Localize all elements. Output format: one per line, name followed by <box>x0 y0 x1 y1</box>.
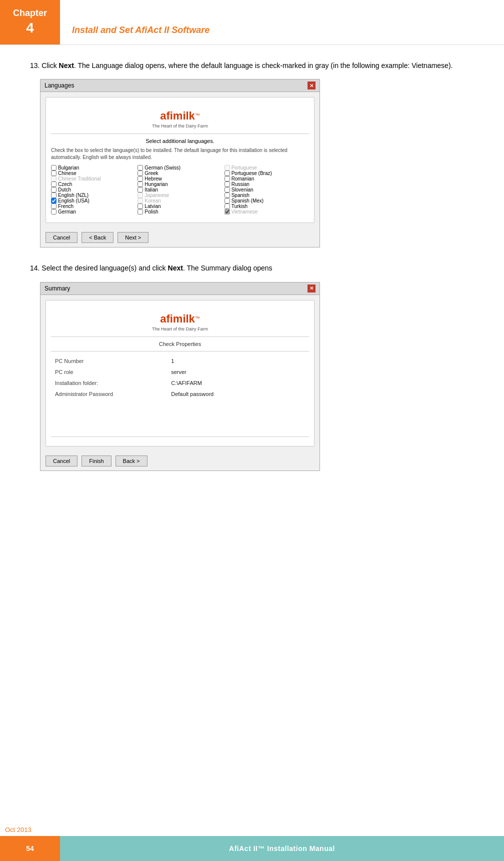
footer-page-number: 54 <box>0 836 60 861</box>
lang-chinese: Chinese <box>51 170 136 176</box>
cb-turkish[interactable] <box>224 204 230 209</box>
dialog-title-languages: Languages <box>44 82 74 89</box>
lang-greek: Greek <box>138 170 222 176</box>
lang-slovenian: Slovenian <box>224 187 309 192</box>
chapter-title: Install and Set AfiAct II Software <box>60 0 222 44</box>
cb-korean[interactable] <box>138 198 143 204</box>
prop-admin-password: Administrator Password Default password <box>51 388 309 400</box>
cb-english-nzl[interactable] <box>51 192 56 198</box>
dialog-info: Check the box to select the language(s) … <box>51 147 309 161</box>
cb-spanish[interactable] <box>224 192 230 198</box>
step-13-after: . The Language dialog opens, where the d… <box>74 62 453 70</box>
cb-czech[interactable] <box>51 182 56 187</box>
cb-portuguese-braz[interactable] <box>224 170 230 176</box>
dialog-titlebar-languages: Languages ✕ <box>40 80 320 92</box>
prop-pc-role: PC role server <box>51 366 309 378</box>
lang-english-usa: English (USA) <box>51 198 136 204</box>
dialog-footer-languages: Cancel < Back Next > <box>40 228 320 247</box>
chapter-box: Chapter 4 <box>0 0 60 44</box>
summary-dialog: Summary ✕ afimilk™ The Heart of the Dair… <box>40 282 320 471</box>
dialog-titlebar-summary: Summary ✕ <box>40 282 320 295</box>
cb-vietnamese[interactable] <box>224 209 230 214</box>
back-button-summary[interactable]: Back > <box>116 456 148 466</box>
cb-portuguese[interactable] <box>224 165 230 170</box>
step-14-bold: Next <box>168 264 183 272</box>
cb-german[interactable] <box>51 209 56 214</box>
footer-manual-title: AfiAct II™ Installation Manual <box>60 836 504 861</box>
separator-summary <box>51 336 309 337</box>
cb-italian[interactable] <box>138 187 143 192</box>
logo-tm: ™ <box>195 113 200 118</box>
dialog-close-languages[interactable]: ✕ <box>308 82 316 90</box>
language-grid: Bulgarian Chinese Chinese Traditional Cz… <box>51 165 309 214</box>
lang-chinese-trad: Chinese Traditional <box>51 176 136 182</box>
lang-vietnamese: Vietnamese <box>224 209 309 214</box>
cb-chinese[interactable] <box>51 170 56 176</box>
lang-hungarian: Hungarian <box>138 182 222 187</box>
prop-label-pc-number: PC Number <box>51 356 167 366</box>
separator-summary-3 <box>51 436 309 437</box>
cb-slovenian[interactable] <box>224 187 230 192</box>
cb-chinese-trad[interactable] <box>51 176 56 182</box>
properties-table: PC Number 1 PC role server Installation … <box>51 356 309 400</box>
logo-subtitle-summary: The Heart of the Dairy Farm <box>51 326 309 332</box>
back-button-languages[interactable]: < Back <box>82 232 114 243</box>
prop-install-folder: Installation folder: C:\AFIFARM <box>51 378 309 388</box>
cb-german-swiss[interactable] <box>138 165 143 170</box>
finish-button-summary[interactable]: Finish <box>82 456 111 466</box>
footer-date: Oct 2013 <box>5 826 32 834</box>
lang-russian: Russian <box>224 182 309 187</box>
lang-hebrew: Hebrew <box>138 176 222 182</box>
cb-spanish-mex[interactable] <box>224 198 230 204</box>
cb-greek[interactable] <box>138 170 143 176</box>
step-13-before: Click <box>42 62 58 70</box>
cb-latvian[interactable] <box>138 204 143 209</box>
cb-dutch[interactable] <box>51 187 56 192</box>
logo-brand: afimilk <box>160 110 195 122</box>
page-footer: 54 AfiAct II™ Installation Manual <box>0 836 504 861</box>
cb-romanian[interactable] <box>224 176 230 182</box>
dialog-title-summary: Summary <box>44 285 70 292</box>
languages-dialog: Languages ✕ afimilk™ The Heart of the Da… <box>40 79 320 248</box>
lang-spanish-mex: Spanish (Mex) <box>224 198 309 204</box>
logo-text-summary: afimilk™ <box>51 312 309 326</box>
separator-summary-2 <box>51 351 309 352</box>
lang-korean: Korean <box>138 198 222 204</box>
step-14-number: 14. <box>30 264 42 272</box>
lang-german-swiss: German (Swiss) <box>138 165 222 170</box>
lang-col-3: Portuguese Portuguese (Braz) Romanian Ru… <box>224 165 309 214</box>
step-14: 14. Select the desired language(s) and c… <box>30 262 474 470</box>
lang-spanish: Spanish <box>224 192 309 198</box>
prop-value-pc-number: 1 <box>167 356 309 366</box>
separator-1 <box>51 134 309 134</box>
lang-bulgarian: Bulgarian <box>51 165 136 170</box>
cancel-button-summary[interactable]: Cancel <box>46 456 78 466</box>
step-13-text: 13. Click Next. The Language dialog open… <box>30 60 474 71</box>
lang-latvian: Latvian <box>138 204 222 209</box>
logo-brand-summary: afimilk <box>160 312 195 325</box>
lang-italian: Italian <box>138 187 222 192</box>
dialog-body-summary: afimilk™ The Heart of the Dairy Farm Che… <box>46 300 314 446</box>
logo-tm-summary: ™ <box>195 316 200 321</box>
cancel-button-languages[interactable]: Cancel <box>46 232 78 243</box>
cb-hebrew[interactable] <box>138 176 143 182</box>
cb-hungarian[interactable] <box>138 182 143 187</box>
dialog-footer-summary: Cancel Finish Back > <box>40 452 320 470</box>
cb-bulgarian[interactable] <box>51 165 56 170</box>
prop-value-install-folder: C:\AFIFARM <box>167 378 309 388</box>
lang-turkish: Turkish <box>224 204 309 209</box>
chapter-number: 4 <box>26 19 34 37</box>
lang-german: German <box>51 209 136 214</box>
cb-japaneese[interactable] <box>138 192 143 198</box>
step-13-bold: Next <box>59 62 74 70</box>
next-button-languages[interactable]: Next > <box>118 232 148 243</box>
cb-polish[interactable] <box>138 209 143 214</box>
dialog-close-summary[interactable]: ✕ <box>308 284 316 292</box>
lang-portuguese: Portuguese <box>224 165 309 170</box>
cb-french[interactable] <box>51 204 56 209</box>
cb-english-usa[interactable] <box>51 198 56 204</box>
cb-russian[interactable] <box>224 182 230 187</box>
afimilk-logo-languages: afimilk™ The Heart of the Dairy Farm <box>51 110 309 128</box>
prop-value-admin-password: Default password <box>167 388 309 400</box>
lang-dutch: Dutch <box>51 187 136 192</box>
